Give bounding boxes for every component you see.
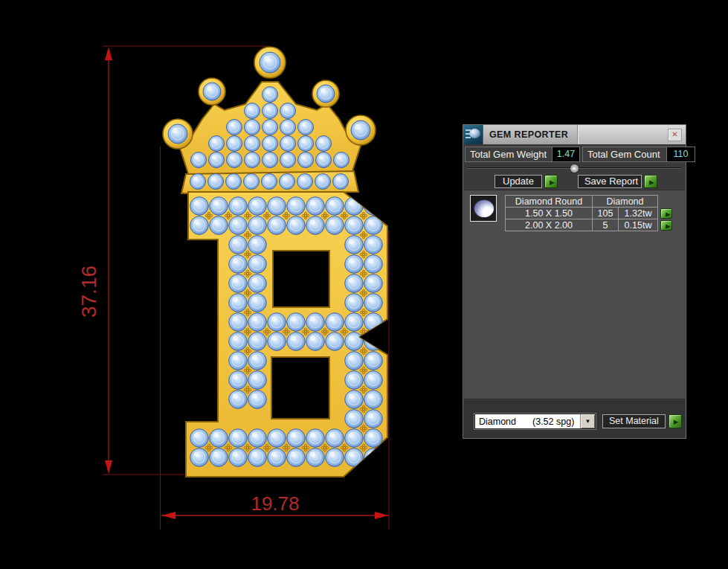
gem-size: 1.50 X 1.50: [506, 208, 593, 219]
pendant-render: 37.16 19.78: [0, 0, 461, 569]
panel-splitter: [463, 163, 686, 173]
gem-size: 2.00 X 2.00: [506, 219, 593, 231]
play-icon: ▶: [666, 210, 671, 218]
close-icon[interactable]: ✕: [668, 129, 682, 141]
material-dropdown[interactable]: Diamond (3.52 spg) ▼: [474, 414, 596, 429]
material-bar: Diamond (3.52 spg) ▼ Set Material ▶: [463, 400, 686, 438]
total-gem-weight: Total Gem Weight 1.47: [465, 147, 580, 162]
window-titlebar[interactable]: GEM REPORTER ✕: [463, 125, 686, 144]
save-report-run-button[interactable]: ▶: [644, 175, 657, 188]
gem-count: 5: [593, 219, 619, 231]
gem-stone-icon: [474, 199, 495, 218]
update-run-button[interactable]: ▶: [544, 175, 558, 188]
app-viewport: { "panel": { "title": "GEM REPORTER", "s…: [0, 0, 728, 569]
gem-reporter-icon: [463, 125, 483, 144]
splitter-grip[interactable]: [570, 164, 579, 173]
gem-weight: 0.15tw: [619, 219, 658, 231]
set-material-button[interactable]: Set Material: [602, 414, 666, 428]
col-header-material: Diamond: [593, 196, 658, 208]
table-row: 1.50 X 1.50 105 1.32tw ▶: [506, 208, 673, 219]
gem-list-area: Diamond Round Diamond 1.50 X 1.50 105 1.…: [464, 190, 685, 399]
play-icon: ▶: [550, 179, 555, 186]
gem-table-header: Diamond Round Diamond: [506, 196, 673, 208]
total-gem-count-label: Total Gem Count: [583, 147, 666, 161]
total-gem-count-value: 110: [666, 147, 695, 161]
window-title: GEM REPORTER: [483, 125, 578, 144]
row-select-button[interactable]: ▶: [660, 220, 672, 231]
table-row: 2.00 X 2.00 5 0.15tw ▶: [506, 219, 673, 231]
action-buttons-row: Update ▶ Save Report ▶: [463, 173, 686, 190]
save-report-button[interactable]: Save Report: [578, 175, 642, 188]
update-button[interactable]: Update: [495, 175, 542, 188]
gem-count: 105: [593, 208, 619, 219]
play-icon: ▶: [674, 418, 679, 425]
titlebar-right: ✕: [578, 125, 686, 144]
gem-weight: 1.32tw: [619, 208, 658, 219]
chevron-up-icon: [572, 167, 576, 170]
chevron-down-icon: ▼: [585, 418, 591, 425]
height-dimension-label: 37.16: [77, 266, 100, 318]
gem-reporter-window: GEM REPORTER ✕ Total Gem Weight 1.47 Tot…: [463, 124, 686, 439]
gem-stats-row: Total Gem Weight 1.47 Total Gem Count 11…: [463, 144, 686, 162]
letter-b-render: [186, 192, 387, 477]
play-icon: ▶: [649, 179, 654, 186]
col-header-cut: Diamond Round: [506, 196, 593, 208]
dropdown-button[interactable]: ▼: [580, 414, 595, 428]
total-gem-weight-label: Total Gem Weight: [466, 147, 552, 161]
total-gem-count: Total Gem Count 110: [582, 147, 695, 162]
row-select-button[interactable]: ▶: [660, 208, 672, 219]
play-icon: ▶: [666, 222, 671, 230]
material-spg: (3.52 spg): [529, 417, 574, 427]
crown-render: [163, 47, 376, 193]
gem-preview-thumbnail: [470, 195, 497, 222]
gem-table: Diamond Round Diamond 1.50 X 1.50 105 1.…: [505, 195, 673, 231]
width-dimension-label: 19.78: [251, 492, 299, 515]
material-name: Diamond: [475, 417, 516, 427]
total-gem-weight-value: 1.47: [552, 147, 579, 161]
set-material-run-button[interactable]: ▶: [669, 414, 682, 428]
